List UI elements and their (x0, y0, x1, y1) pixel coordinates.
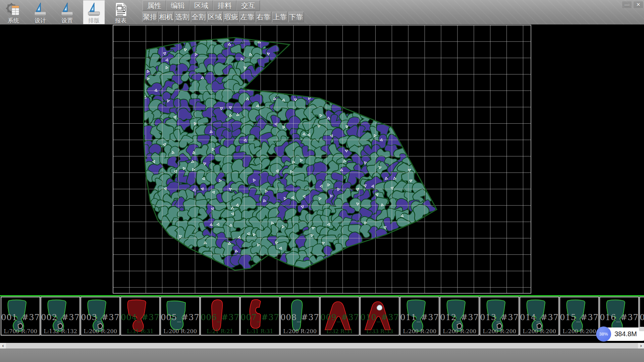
piece-id-label: 017_#37 (640, 313, 644, 322)
set-square-icon (33, 2, 48, 17)
piece-thumbnail[interactable]: 005_#37 L:200 R:200 (160, 297, 200, 336)
piece-id-label: 013_#37 (480, 313, 519, 322)
menu-item-attributes[interactable]: 属性 (143, 0, 166, 11)
piece-id-label: 006_#37 (201, 313, 239, 322)
piece-id-label: 011_#37 (400, 313, 439, 322)
piece-thumbnail-view: 002_#37 L:132 R:132 (41, 297, 79, 335)
piece-id-label: 004_#37 (121, 313, 159, 322)
piece-thumbnail-view: 004_#37 L:31 R:31 (121, 297, 159, 335)
piece-thumbnail-view: 007_#37 L:31 R:31 (241, 297, 279, 335)
icon-button-label: 排版 (88, 17, 100, 24)
piece-lr-label: L:33 R:33 (366, 328, 393, 335)
icon-button-report[interactable]: 报表 (110, 0, 131, 24)
icon-button-label: 设计 (35, 17, 46, 24)
piece-thumbnail[interactable]: 006_#37 L:21 R:21 (200, 297, 240, 336)
piece-lr-label: L:200 R:200 (483, 328, 516, 335)
piece-thumbnail[interactable]: 010_#37 L:33 R:33 (360, 297, 399, 336)
icon-button-label: 系统 (8, 17, 19, 24)
icon-button-label: 报表 (115, 17, 126, 24)
piece-thumbnail[interactable]: 012_#37 L:200 R:200 (440, 297, 479, 336)
icon-button-label: 设置 (61, 17, 73, 24)
piece-lr-label: L:200 R:200 (84, 328, 117, 335)
piece-lr-label: L:200 R:200 (283, 328, 317, 335)
piece-thumbnail-view: 015_#37 L:200 R:200 (560, 297, 598, 335)
nesting-canvas[interactable] (0, 24, 644, 295)
piece-thumbnail-view: 010_#37 L:33 R:33 (361, 297, 399, 335)
piece-thumbnail-view: 008_#37 L:200 R:200 (281, 297, 319, 335)
scroll-left-button[interactable]: ‹ (0, 343, 6, 349)
piece-thumbnail-view: 014_#37 L:200 R:200 (520, 297, 558, 335)
piece-lr-label: L:21 R:21 (207, 328, 233, 335)
menu-item-edit[interactable]: 编辑 (166, 0, 190, 11)
piece-lr-label: L:200 R:200 (523, 328, 556, 335)
menu-item-interaction[interactable]: 交互 (236, 0, 260, 11)
piece-thumbnail[interactable]: 004_#37 L:31 R:31 (120, 297, 160, 336)
tool-button-select-cut[interactable]: 选割 (175, 12, 190, 22)
piece-thumbnail[interactable]: 001_#37 L:700 R:700 (1, 297, 40, 336)
scroll-right-button[interactable]: › (638, 343, 644, 349)
piece-thumbnail-view: 005_#37 L:200 R:200 (161, 297, 199, 335)
piece-thumbnail[interactable]: 015_#37 L:200 R:200 (559, 297, 599, 336)
badge-handle-icon (639, 327, 644, 331)
tool-button-cut-all[interactable]: 全割 (191, 12, 206, 22)
memory-percent-badge: 38% (596, 326, 611, 342)
piece-lr-label: L:200 R:200 (163, 328, 197, 335)
tool-button-snap-right[interactable]: 右靠 (256, 12, 271, 22)
piece-thumbnail-view: 012_#37 L:200 R:200 (440, 297, 479, 335)
memory-value: 384.8M (614, 330, 637, 338)
nesting-view[interactable] (0, 24, 644, 295)
piece-id-label: 008_#37 (281, 313, 319, 322)
icon-button-settings[interactable]: 设置 (56, 0, 78, 24)
tool-button-cluster-nest[interactable]: 聚排 (142, 12, 158, 22)
close-button[interactable]: ✕ (634, 1, 643, 8)
set-square-icon (59, 2, 75, 17)
piece-thumbnail[interactable]: 009_#37 L:32 R:31 (320, 297, 360, 336)
status-bar (0, 349, 644, 362)
piece-id-label: 003_#37 (81, 313, 119, 322)
piece-lr-label: L:200 R:200 (562, 328, 596, 335)
piece-lr-label: L:200 R:200 (443, 328, 476, 335)
piece-thumbnail-view: 003_#37 L:200 R:200 (81, 297, 119, 335)
menu-item-region[interactable]: 区域 (190, 0, 213, 11)
piece-thumbnail[interactable]: 013_#37 L:200 R:200 (480, 297, 519, 336)
piece-id-label: 016_#37 (600, 313, 638, 322)
piece-id-label: 015_#37 (560, 313, 598, 322)
tool-button-snap-bottom[interactable]: 下靠 (288, 12, 304, 22)
tool-button-region[interactable]: 区域 (207, 12, 223, 22)
horizontal-scrollbar[interactable]: ‹ › (0, 343, 644, 349)
piece-thumbnail-view: 006_#37 L:21 R:21 (201, 297, 239, 335)
tool-button-snap-left[interactable]: 左靠 (239, 12, 255, 22)
piece-hole (377, 305, 382, 310)
piece-thumbnail[interactable]: 003_#37 L:200 R:200 (80, 297, 120, 336)
tool-button-snap-top[interactable]: 上靠 (272, 12, 287, 22)
tool-button-camera[interactable]: 相机 (158, 12, 174, 22)
piece-lr-label: L:700 R:700 (4, 328, 37, 335)
piece-thumbnail-view: 011_#37 L:200 R:200 (400, 297, 439, 335)
piece-thumbnail[interactable]: 007_#37 L:31 R:31 (240, 297, 280, 336)
minimize-button[interactable]: — (622, 1, 632, 8)
piece-id-label: 012_#37 (440, 313, 479, 322)
piece-thumbnail[interactable]: 002_#37 L:132 R:132 (41, 297, 80, 336)
icon-button-system[interactable]: 系统 (3, 0, 24, 24)
icon-button-design[interactable]: 设计 (30, 0, 51, 24)
piece-lr-label: L:132 R:132 (44, 328, 77, 335)
piece-thumbnail-view: 013_#37 L:200 R:200 (480, 297, 519, 335)
piece-id-label: 005_#37 (161, 313, 199, 322)
piece-thumbnail-view: 009_#37 L:32 R:31 (321, 297, 359, 335)
piece-thumbnail[interactable]: 011_#37 L:200 R:200 (400, 297, 439, 336)
piece-thumbnail[interactable]: 008_#37 L:200 R:200 (280, 297, 320, 336)
icon-button-layout[interactable]: 排版 (83, 0, 105, 24)
piece-id-label: 010_#37 (361, 313, 399, 322)
piece-lr-label: L:200 R:200 (403, 328, 436, 335)
piece-id-label: 001_#37 (1, 313, 40, 322)
titlebar: 系统 设计 设置 排版 报表 属性编辑区域排料交互 聚排相机选割全割区域瑕疵左靠… (0, 0, 644, 25)
piece-id-label: 014_#37 (520, 313, 558, 322)
gear-table-icon (6, 2, 21, 17)
menu-item-nesting[interactable]: 排料 (213, 0, 236, 11)
memory-badge[interactable]: 38% 384.8M (598, 327, 644, 341)
piece-thumbnail[interactable]: 014_#37 L:200 R:200 (520, 297, 559, 336)
tool-button-defect[interactable]: 瑕疵 (223, 12, 239, 22)
piece-lr-label: L:31 R:31 (127, 328, 153, 335)
strip-divider (0, 295, 644, 296)
piece-id-label: 007_#37 (241, 313, 279, 322)
